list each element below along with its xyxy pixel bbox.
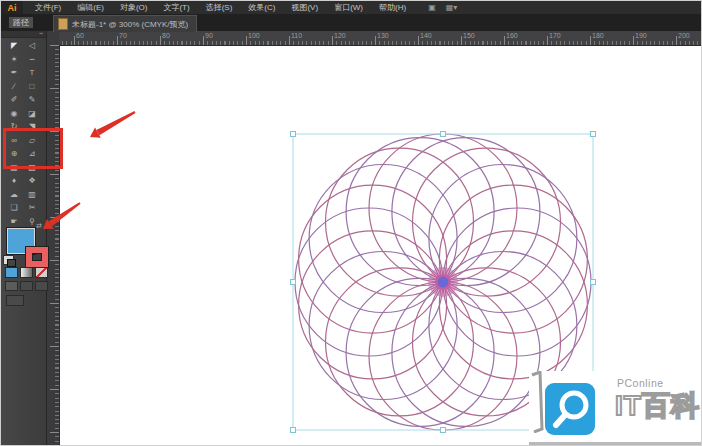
ruler-number: 110 <box>291 32 302 39</box>
ruler-corner[interactable] <box>46 31 60 46</box>
lasso-tool[interactable]: ∽ <box>23 53 41 67</box>
ruler-number: 180 <box>592 32 604 39</box>
blob-brush-tool[interactable]: ◉ <box>5 107 23 121</box>
selection-handle[interactable] <box>291 280 296 285</box>
column-graph-tool[interactable]: ▥ <box>23 188 41 202</box>
ruler-number: 80 <box>162 32 170 39</box>
document-icon <box>58 18 68 30</box>
gradient-mode-button[interactable] <box>20 267 33 278</box>
watermark-title: IT百科 <box>615 387 700 425</box>
menu-bar: Ai 文件(F)编辑(E)对象(O)文字(T)选择(S)效果(C)视图(V)窗口… <box>1 1 702 15</box>
draw-normal-button[interactable] <box>5 281 18 291</box>
screen-mode-button[interactable] <box>6 295 24 306</box>
spirograph-circle <box>392 278 540 426</box>
menu-help[interactable]: 帮助(H) <box>371 1 414 14</box>
ruler-number: 100 <box>248 32 260 39</box>
watermark: PConline IT百科 <box>529 371 702 446</box>
spirograph-circle <box>369 282 517 430</box>
selection-handle[interactable] <box>441 132 446 137</box>
bracket-glyph <box>529 371 545 433</box>
selection-handle[interactable] <box>591 280 596 285</box>
pencil-tool[interactable]: ✎ <box>23 93 41 107</box>
ruler-number: 120 <box>334 32 346 39</box>
illustrator-window: Ai 文件(F)编辑(E)对象(O)文字(T)选择(S)效果(C)视图(V)窗口… <box>0 0 702 446</box>
none-mode-button[interactable] <box>35 267 48 278</box>
watermark-bottom-band <box>529 442 702 446</box>
spirograph-circle <box>299 185 447 333</box>
swap-fill-stroke-icon[interactable]: ⇄ <box>36 222 42 230</box>
menu-file[interactable]: 文件(F) <box>27 1 69 14</box>
document-tab-title: 未标题-1* @ 300% (CMYK/预览) <box>72 19 188 30</box>
menu-edit[interactable]: 编辑(E) <box>69 1 112 14</box>
ruler-number: 190 <box>635 32 647 39</box>
direct-selection-tool[interactable]: ◁ <box>23 39 41 53</box>
spirograph-circle <box>392 138 540 286</box>
spirograph-circle <box>439 185 587 333</box>
spirograph-center-dot <box>438 277 449 288</box>
default-fill-stroke-icon[interactable] <box>3 255 14 265</box>
selection-tool[interactable]: ◤ <box>5 39 23 53</box>
workspace-switcher-icon[interactable]: ▦▾ <box>446 3 458 12</box>
ruler-number: 160 <box>506 32 518 39</box>
hand-tool[interactable]: ☛ <box>5 215 23 229</box>
menu-select[interactable]: 选择(S) <box>198 1 241 14</box>
symbol-sprayer-tool[interactable]: ☁ <box>5 188 23 202</box>
spirograph-circle <box>346 138 494 286</box>
pconline-logo-icon <box>545 383 595 435</box>
tools-panel: ▪▪ ◤◁✶∽✒T∕□✐✎◉◪↻◥∞▱⊕⊿▦▧♦❖☁▥❏✂☛⚲ ⇄ <box>1 31 47 446</box>
spirograph-circle <box>295 208 443 356</box>
blend-tool[interactable]: ❖ <box>23 174 41 188</box>
draw-inside-button[interactable] <box>35 281 48 291</box>
color-mode-row <box>5 267 48 278</box>
document-tab-bar: 路径 未标题-1* @ 300% (CMYK/预览) <box>1 14 702 31</box>
selection-handle[interactable] <box>291 132 296 137</box>
stroke-color-swatch[interactable] <box>26 247 48 267</box>
spirograph-circle <box>346 278 494 426</box>
menu-window[interactable]: 窗口(W) <box>326 1 371 14</box>
draw-behind-button[interactable] <box>20 281 33 291</box>
line-segment-tool[interactable]: ∕ <box>5 80 23 94</box>
rectangle-tool[interactable]: □ <box>23 80 41 94</box>
magic-wand-tool[interactable]: ✶ <box>5 53 23 67</box>
spirograph-circle <box>369 134 517 282</box>
tools-panel-header[interactable]: ▪▪ <box>1 31 46 38</box>
color-mode-button[interactable] <box>5 267 18 278</box>
ruler-number: 170 <box>549 32 561 39</box>
ruler-major-ticks <box>50 45 59 446</box>
eyedropper-tool[interactable]: ♦ <box>5 174 23 188</box>
spirograph-circle <box>443 208 591 356</box>
ruler-number: 150 <box>463 32 475 39</box>
ai-logo: Ai <box>1 1 23 14</box>
menu-object[interactable]: 对象(O) <box>112 1 156 14</box>
ruler-number: 70 <box>119 32 127 39</box>
control-panel-label: 路径 <box>9 17 33 28</box>
type-tool[interactable]: T <box>23 66 41 80</box>
ruler-number: 130 <box>377 32 389 39</box>
menu-view[interactable]: 视图(V) <box>283 1 326 14</box>
spirograph-circle <box>299 231 447 379</box>
ruler-number: 90 <box>205 32 213 39</box>
arrange-documents-icon[interactable]: ▣ <box>428 3 436 12</box>
magnifier-icon <box>545 383 595 435</box>
horizontal-ruler[interactable]: 6070809010011012013014015016017018019020… <box>59 31 702 46</box>
spirograph-circle <box>439 231 587 379</box>
selection-handle[interactable] <box>441 428 446 433</box>
eraser-tool[interactable]: ◪ <box>23 107 41 121</box>
ruler-number: 200 <box>678 32 690 39</box>
drawing-mode-row <box>5 281 48 291</box>
selection-handle[interactable] <box>591 132 596 137</box>
vertical-ruler[interactable] <box>46 45 60 446</box>
menu-items: 文件(F)编辑(E)对象(O)文字(T)选择(S)效果(C)视图(V)窗口(W)… <box>27 1 414 14</box>
document-tab[interactable]: 未标题-1* @ 300% (CMYK/预览) <box>53 15 197 32</box>
paintbrush-tool[interactable]: ✐ <box>5 93 23 107</box>
pen-tool[interactable]: ✒ <box>5 66 23 80</box>
slice-tool[interactable]: ✂ <box>23 201 41 215</box>
artboard-tool[interactable]: ❏ <box>5 201 23 215</box>
artboard-canvas[interactable]: PConline IT百科 <box>59 45 702 446</box>
ruler-number: 140 <box>420 32 432 39</box>
selection-handle[interactable] <box>291 428 296 433</box>
ruler-number: 60 <box>76 32 84 39</box>
menu-type[interactable]: 文字(T) <box>155 1 197 14</box>
ai-logo-text: Ai <box>8 3 17 13</box>
menu-effect[interactable]: 效果(C) <box>240 1 283 14</box>
